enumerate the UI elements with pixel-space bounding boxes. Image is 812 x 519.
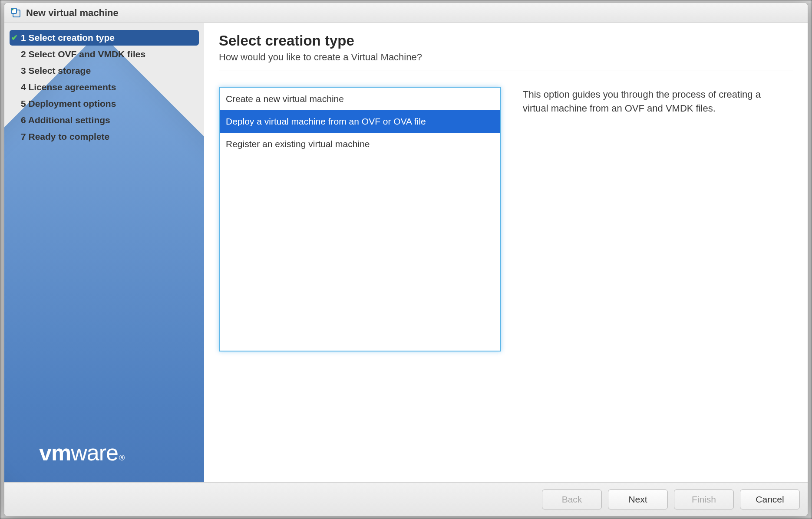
- step-label: 4 License agreements: [21, 82, 116, 92]
- vmware-logo: vmware®: [39, 440, 124, 466]
- page-subtitle: How would you like to create a Virtual M…: [219, 52, 793, 70]
- step-label: 7 Ready to complete: [21, 131, 109, 142]
- page-heading: Select creation type: [219, 33, 793, 49]
- modal-body: ✔1 Select creation type2 Select OVF and …: [4, 23, 808, 482]
- wizard-step-6[interactable]: 6 Additional settings: [10, 112, 199, 128]
- creation-option[interactable]: Register an existing virtual machine: [220, 133, 500, 155]
- creation-option[interactable]: Create a new virtual machine: [220, 88, 500, 110]
- next-button[interactable]: Next: [608, 489, 668, 509]
- check-icon: ✔: [11, 33, 18, 43]
- step-label: 5 Deployment options: [21, 99, 116, 109]
- wizard-step-4[interactable]: 4 License agreements: [10, 79, 199, 95]
- wizard-step-7[interactable]: 7 Ready to complete: [10, 129, 199, 145]
- wizard-steps: ✔1 Select creation type2 Select OVF and …: [4, 23, 204, 145]
- modal-footer: Back Next Finish Cancel: [4, 482, 808, 516]
- wizard-step-2[interactable]: 2 Select OVF and VMDK files: [10, 46, 199, 62]
- creation-type-listbox[interactable]: Create a new virtual machineDeploy a vir…: [219, 87, 501, 351]
- back-button[interactable]: Back: [542, 489, 602, 509]
- creation-option[interactable]: Deploy a virtual machine from an OVF or …: [220, 110, 500, 133]
- wizard-step-3[interactable]: 3 Select storage: [10, 63, 199, 79]
- wizard-modal: New virtual machine ✔1 Select creation t…: [4, 3, 808, 516]
- modal-header: New virtual machine: [4, 3, 808, 23]
- vm-icon: [10, 7, 22, 19]
- option-description: This option guides you through the proce…: [523, 87, 793, 351]
- wizard-step-5[interactable]: 5 Deployment options: [10, 96, 199, 112]
- wizard-content: Select creation type How would you like …: [204, 23, 808, 482]
- cancel-button[interactable]: Cancel: [740, 489, 800, 509]
- svg-point-2: [12, 9, 13, 10]
- creation-type-panel: Create a new virtual machineDeploy a vir…: [219, 87, 793, 351]
- step-label: 3 Select storage: [21, 66, 91, 76]
- modal-title: New virtual machine: [26, 7, 119, 19]
- step-label: 1 Select creation type: [21, 33, 115, 43]
- step-label: 2 Select OVF and VMDK files: [21, 49, 145, 59]
- finish-button[interactable]: Finish: [674, 489, 734, 509]
- wizard-sidebar: ✔1 Select creation type2 Select OVF and …: [4, 23, 204, 482]
- wizard-step-1[interactable]: ✔1 Select creation type: [10, 30, 199, 46]
- step-label: 6 Additional settings: [21, 115, 110, 125]
